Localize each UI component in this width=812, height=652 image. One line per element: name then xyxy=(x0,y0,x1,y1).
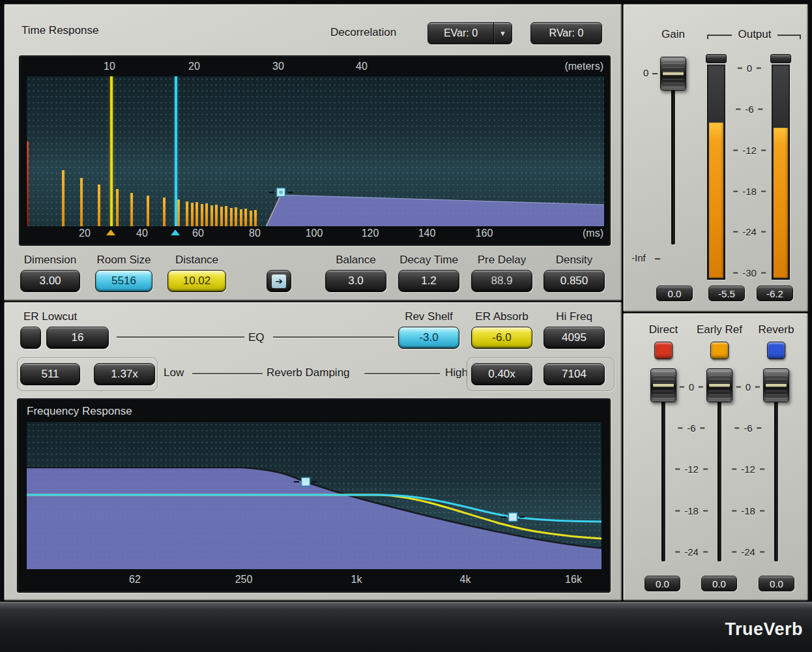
evar-dropdown[interactable]: EVar: 0 ▼ xyxy=(428,22,512,44)
trueverb-plugin-window: Time Response Decorrelation EVar: 0 ▼ RV… xyxy=(0,0,812,652)
output-meter-left xyxy=(707,65,725,280)
mixer-scale-tick: -6 xyxy=(744,422,752,434)
output-label: Output xyxy=(734,28,775,41)
ms-axis-tick: 120 xyxy=(362,228,379,239)
gain-fader-handle[interactable] xyxy=(660,57,686,91)
gain-tick xyxy=(655,258,660,259)
output-scale-tick: -24 xyxy=(742,226,757,237)
gain-fader-track[interactable] xyxy=(671,67,675,244)
direct-fader-handle[interactable] xyxy=(650,368,676,402)
meters-axis-tick: 20 xyxy=(188,61,200,72)
link-arrow-icon: ➔ xyxy=(272,274,286,288)
direct-label: Direct xyxy=(644,323,683,336)
er-lowcut-label: ER Lowcut xyxy=(23,310,77,323)
mixer-scale-tick: -24 xyxy=(684,546,699,557)
er-absorb-value[interactable]: -6.0 xyxy=(471,327,532,349)
direct-solo-button[interactable] xyxy=(654,342,673,359)
reverb-damping-label: Reverb Damping xyxy=(267,366,350,379)
ms-axis-tick: 140 xyxy=(418,228,436,239)
reverb-value[interactable]: 0.0 xyxy=(759,576,794,591)
decay-time-value[interactable]: 1.2 xyxy=(398,270,459,292)
yellow-marker-triangle[interactable] xyxy=(106,230,115,235)
eq-handle-1[interactable] xyxy=(302,478,310,486)
mixer-scale-tick: -12 xyxy=(684,464,699,475)
damping-low-label: Low xyxy=(164,366,184,379)
room-size-value[interactable]: 5516 xyxy=(95,270,152,292)
er-lowcut-toggle-button[interactable] xyxy=(20,327,41,349)
meter-left-value[interactable]: -5.5 xyxy=(708,286,745,301)
meter-right-cap xyxy=(770,54,791,63)
density-value[interactable]: 0.850 xyxy=(544,270,605,292)
pre-delay-value[interactable]: 88.9 xyxy=(471,270,532,292)
rvar-button[interactable]: RVar: 0 xyxy=(530,22,602,44)
mixer-scale-tick: -18 xyxy=(741,505,755,516)
early-ref-fader-handle[interactable] xyxy=(706,368,732,402)
dimension-label: Dimension xyxy=(20,254,80,267)
eq-connector-line xyxy=(273,336,394,338)
mixer-scale-tick: -24 xyxy=(741,546,755,557)
output-panel: Gain Output 0 -Inf 0 -6 -12 -18 -24 -30 … xyxy=(623,4,808,312)
freq-axis-tick: 250 xyxy=(235,574,253,585)
hi-freq-label: Hi Freq xyxy=(544,310,605,323)
time-response-title: Time Response xyxy=(22,24,98,37)
meter-right-value[interactable]: -6.2 xyxy=(757,286,793,301)
cyan-marker-triangle[interactable] xyxy=(171,230,180,235)
balance-value[interactable]: 3.0 xyxy=(325,270,386,292)
rvar-value: RVar: 0 xyxy=(531,23,602,44)
reverb-fader-handle[interactable] xyxy=(763,368,789,402)
time-response-graph-frame: 10 20 30 40 (meters) xyxy=(19,55,611,246)
rev-shelf-value[interactable]: -3.0 xyxy=(398,327,459,349)
distance-value[interactable]: 10.02 xyxy=(167,270,226,292)
time-response-plot xyxy=(26,76,605,227)
frequency-response-curves xyxy=(27,422,602,570)
freq-axis-tick: 16k xyxy=(565,574,582,585)
output-scale-tick: -12 xyxy=(742,145,757,156)
direct-value[interactable]: 0.0 xyxy=(645,576,680,591)
time-response-panel: Time Response Decorrelation EVar: 0 ▼ RV… xyxy=(4,4,622,301)
link-arrow-button[interactable]: ➔ xyxy=(267,270,291,292)
er-lowcut-value[interactable]: 16 xyxy=(46,327,109,349)
evar-value: EVar: 0 xyxy=(428,23,493,44)
meters-axis-tick: 30 xyxy=(272,61,284,72)
frequency-response-frame: Frequency Response 62 250 1k 4k xyxy=(17,398,611,593)
ms-axis-tick: 100 xyxy=(306,228,323,239)
eq-connector-line xyxy=(117,336,244,338)
reverb-solo-button[interactable] xyxy=(767,342,785,359)
meters-axis-unit: (meters) xyxy=(564,61,603,72)
gain-scale-top: 0 xyxy=(643,67,648,78)
frequency-response-title: Frequency Response xyxy=(27,405,132,418)
rev-shelf-label: Rev Shelf xyxy=(398,310,459,323)
output-scale-tick: -18 xyxy=(742,186,757,197)
damping-low-ratio-value[interactable]: 1.37x xyxy=(94,363,155,385)
reverb-start-handle-center xyxy=(280,191,283,194)
early-ref-solo-button[interactable] xyxy=(710,342,729,359)
ms-axis-tick: 160 xyxy=(476,228,493,239)
ms-axis-tick: 80 xyxy=(249,228,261,239)
meters-axis-tick: 10 xyxy=(104,61,115,72)
mixer-scale-tick: -6 xyxy=(687,422,695,434)
eq-handle-2[interactable] xyxy=(509,513,517,522)
reverb-envelope-graphic xyxy=(27,76,605,227)
freq-axis-tick: 62 xyxy=(129,574,141,585)
output-scale-tick: 0 xyxy=(747,63,752,74)
damping-connector-line xyxy=(192,373,263,374)
dimension-value[interactable]: 3.00 xyxy=(20,270,80,292)
gain-label: Gain xyxy=(661,28,685,41)
er-absorb-label: ER Absorb xyxy=(467,310,536,323)
damping-high-freq-value[interactable]: 7104 xyxy=(544,363,605,385)
pre-delay-label: Pre Delay xyxy=(471,254,532,267)
frequency-response-plot xyxy=(26,421,602,570)
ms-axis-unit: (ms) xyxy=(583,228,603,239)
chevron-down-icon[interactable]: ▼ xyxy=(493,23,512,44)
mixer-panel: Direct Early Ref Reverb 0 -6 -12 -18 -24… xyxy=(623,313,808,600)
gain-value[interactable]: 0.0 xyxy=(656,286,693,301)
meters-axis-tick: 40 xyxy=(356,61,368,72)
early-ref-value[interactable]: 0.0 xyxy=(701,576,737,591)
early-ref-label: Early Ref xyxy=(693,323,746,336)
damping-low-freq-value[interactable]: 511 xyxy=(20,363,80,385)
hi-freq-value[interactable]: 4095 xyxy=(544,327,605,349)
decorrelation-label: Decorrelation xyxy=(330,26,396,39)
gain-tick xyxy=(652,73,658,74)
damping-high-ratio-value[interactable]: 0.40x xyxy=(471,363,532,385)
footer-bar: TrueVerb xyxy=(0,602,812,652)
